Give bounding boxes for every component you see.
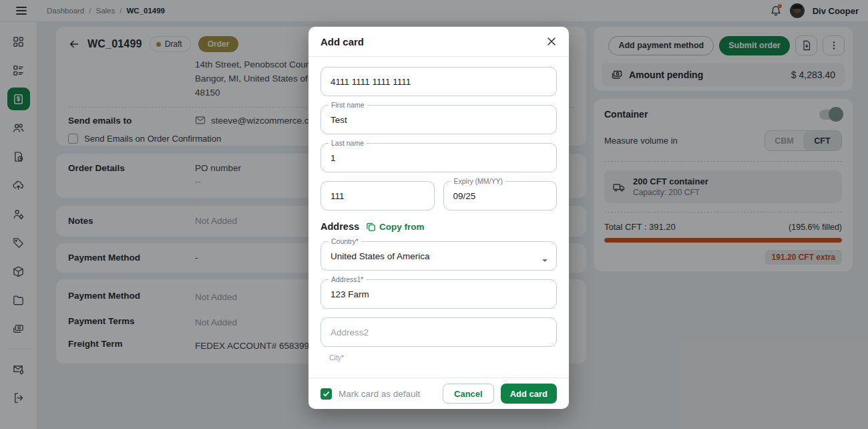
last-name-field-wrap: Last name [320, 143, 557, 172]
first-name-label: First name [329, 101, 367, 109]
address-section-heading: Address [320, 221, 359, 232]
expiry-field-wrap: Expiry (MM/YY) [443, 181, 558, 210]
close-icon[interactable] [546, 36, 557, 47]
city-label-partial: City* [329, 353, 557, 362]
add-card-modal: Add card First name Last name [308, 27, 569, 409]
copy-icon [366, 222, 376, 232]
country-value[interactable] [321, 242, 556, 270]
first-name-field-wrap: First name [320, 105, 557, 134]
address2-input[interactable] [321, 318, 556, 346]
address1-label: Address1* [329, 275, 366, 283]
default-card-checkbox[interactable] [320, 388, 332, 400]
expiry-input[interactable] [444, 182, 557, 210]
address1-field-wrap: Address1* [320, 279, 557, 309]
add-card-submit-button[interactable]: Add card [501, 384, 557, 404]
chevron-down-icon [541, 254, 548, 259]
cvv-input[interactable] [321, 182, 434, 210]
address1-input[interactable] [321, 280, 556, 308]
default-card-label: Mark card as default [339, 389, 420, 399]
last-name-label: Last name [329, 139, 367, 147]
cvv-field-wrap [320, 181, 435, 210]
card-number-input[interactable] [321, 67, 556, 96]
last-name-input[interactable] [321, 144, 556, 172]
cancel-button[interactable]: Cancel [443, 384, 494, 404]
expiry-label: Expiry (MM/YY) [451, 177, 506, 185]
country-select[interactable]: Country* [320, 241, 557, 271]
first-name-input[interactable] [321, 106, 556, 134]
address2-field-wrap [320, 317, 557, 347]
copy-from-link[interactable]: Copy from [366, 222, 425, 232]
modal-title: Add card [320, 36, 364, 47]
check-icon [322, 390, 330, 398]
app-root: Dashboard / Sales / WC_01499 Div Cooper [0, 0, 868, 429]
card-number-field-wrap [320, 67, 557, 96]
country-label: Country* [329, 237, 361, 245]
